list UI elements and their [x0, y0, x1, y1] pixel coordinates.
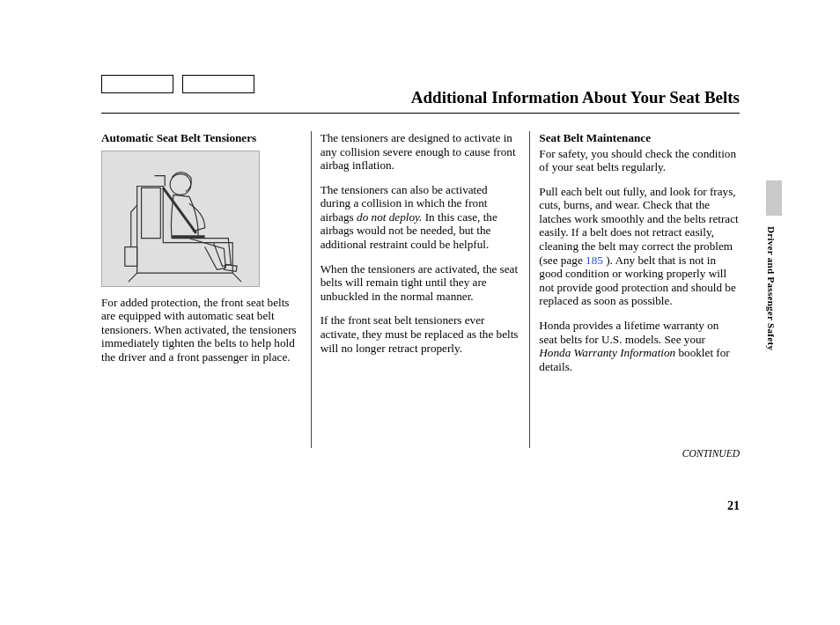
col2-paragraph-3: When the tensioners are activated, the s… — [321, 262, 521, 304]
col3-paragraph-2: Pull each belt out fully, and look for f… — [539, 185, 740, 308]
column-2: The tensioners are designed to activate … — [312, 131, 531, 448]
column-3: Seat Belt Maintenance For safety, you sh… — [530, 131, 740, 448]
placeholder-box-2 — [182, 75, 254, 93]
seatbelt-illustration — [101, 151, 260, 287]
page-number: 21 — [727, 499, 740, 513]
continued-label: CONTINUED — [101, 448, 740, 459]
col3-heading: Seat Belt Maintenance — [539, 131, 740, 145]
placeholder-box-1 — [101, 75, 173, 93]
italic-text: Honda Warranty Information — [539, 346, 675, 359]
column-1: Automatic Seat Belt Tensioners — [101, 131, 312, 448]
col3-paragraph-1: For safety, you should check the conditi… — [539, 147, 740, 174]
manual-page: Additional Information About Your Seat B… — [101, 75, 740, 469]
section-side-label: Driver and Passenger Safety — [766, 226, 777, 350]
svg-point-0 — [170, 173, 191, 195]
col1-heading: Automatic Seat Belt Tensioners — [101, 131, 302, 145]
side-tab — [766, 180, 782, 216]
col2-paragraph-4: If the front seat belt tensioners ever a… — [321, 313, 521, 355]
page-ref-link[interactable]: 185 — [586, 254, 603, 267]
col2-paragraph-2: The tensioners can also be activated dur… — [321, 183, 521, 252]
content-columns: Automatic Seat Belt Tensioners — [101, 131, 740, 448]
col2-paragraph-1: The tensioners are designed to activate … — [321, 131, 521, 173]
italic-text: do not deploy. — [357, 210, 422, 224]
col1-paragraph-1: For added protection, the front seat bel… — [101, 296, 302, 364]
col3-paragraph-3: Honda provides a lifetime warranty on se… — [539, 319, 740, 373]
text-fragment: Honda provides a lifetime warranty on se… — [539, 319, 718, 346]
svg-rect-1 — [125, 246, 137, 266]
